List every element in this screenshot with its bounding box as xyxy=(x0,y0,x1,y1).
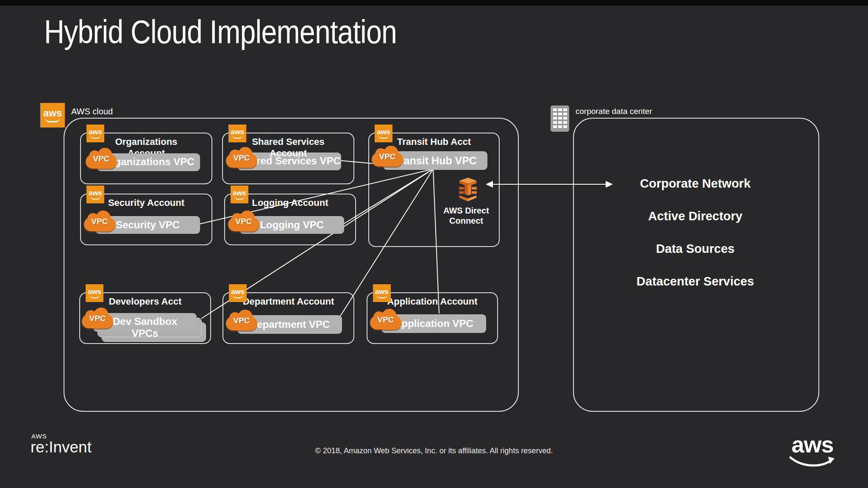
vpc-icon-text: VPC xyxy=(370,315,401,324)
aws-smile-icon xyxy=(232,135,242,139)
vpc-icon: VPC xyxy=(226,309,257,331)
aws-badge-text: aws xyxy=(89,190,102,196)
account-box-developers: aws Developers Acct VPC Dev Sandbox VPCs xyxy=(79,292,211,344)
aws-badge-icon: aws xyxy=(373,284,391,302)
vpc-icon: VPC xyxy=(372,145,403,167)
aws-smile-icon xyxy=(233,295,243,298)
vpc-icon-text: VPC xyxy=(86,154,117,164)
aws-smile-icon xyxy=(90,135,100,139)
vpc-icon: VPC xyxy=(84,210,115,232)
slide: Hybrid Cloud Implementation aws AWS clou… xyxy=(0,0,868,488)
arrowhead-left xyxy=(486,181,493,188)
aws-badge-icon: aws xyxy=(86,284,103,302)
aws-badge-text: aws xyxy=(377,129,390,135)
account-title: Security Account xyxy=(98,197,195,208)
aws-badge-icon: aws xyxy=(86,125,104,142)
aws-smile-icon xyxy=(89,295,100,298)
aws-badge-text: aws xyxy=(233,190,246,196)
account-title: Developers Acct xyxy=(97,296,193,307)
aws-badge-text: aws xyxy=(43,108,61,118)
vpc-icon: VPC xyxy=(228,210,259,232)
vpc-icon: VPC xyxy=(226,147,257,169)
vpc-icon-text: VPC xyxy=(228,217,259,226)
aws-badge-text: aws xyxy=(231,288,245,295)
connection-lines xyxy=(0,0,868,488)
vpc-icon-text: VPC xyxy=(226,153,257,163)
aws-smile-icon xyxy=(377,295,387,298)
direct-connect-icon xyxy=(455,177,481,203)
vpc-icon: VPC xyxy=(82,307,113,329)
vpc-icon-text: VPC xyxy=(226,316,257,325)
corporate-building-icon xyxy=(550,105,570,134)
aws-smile-icon xyxy=(90,196,100,200)
vpc-icon: VPC xyxy=(370,308,401,330)
account-title: Logging Account xyxy=(242,197,338,208)
aws-badge-text: aws xyxy=(89,129,102,135)
vpc-label: Dev Sandbox VPCs xyxy=(103,316,187,339)
vpc-icon: VPC xyxy=(86,147,117,169)
aws-badge-icon: aws xyxy=(228,125,246,142)
aws-badge-text: aws xyxy=(88,288,101,295)
aws-smile-icon xyxy=(45,118,60,122)
aws-badge-icon: aws xyxy=(375,125,392,142)
vpc-icon-text: VPC xyxy=(84,217,115,226)
direct-connect-label: AWS Direct Connect xyxy=(432,205,500,226)
aws-badge-text: aws xyxy=(375,288,389,295)
aws-badge-icon: aws xyxy=(86,186,104,203)
account-title: Department Account xyxy=(240,296,337,307)
aws-smile-icon xyxy=(234,196,245,200)
aws-badge-icon: aws xyxy=(231,186,248,203)
vpc-icon-text: VPC xyxy=(372,152,403,161)
aws-badge-icon: aws xyxy=(229,284,247,302)
aws-cloud-icon: aws xyxy=(40,103,65,128)
account-title: Application Account xyxy=(384,296,480,307)
vpc-icon-text: VPC xyxy=(82,314,113,323)
aws-smile-icon xyxy=(378,135,389,139)
arrowhead-right xyxy=(606,181,613,188)
aws-badge-text: aws xyxy=(231,129,244,135)
